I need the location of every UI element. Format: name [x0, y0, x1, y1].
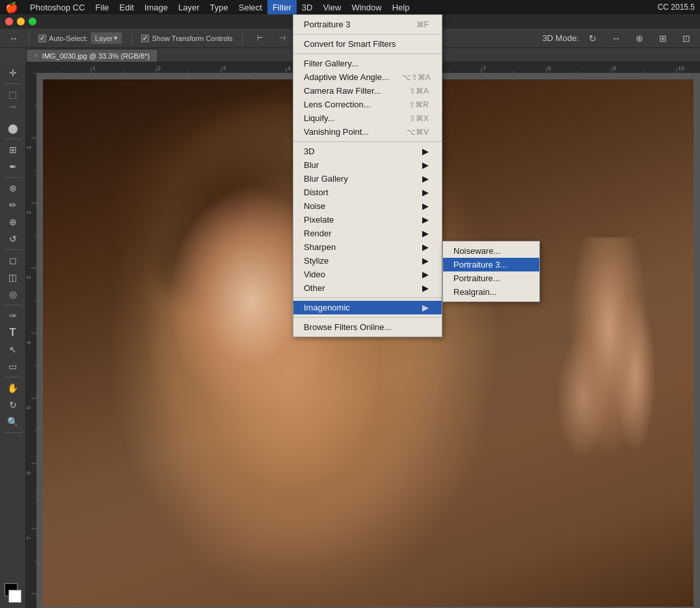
rotate-view-tool[interactable]: ↻ — [3, 397, 23, 413]
hand-tool[interactable]: ✋ — [3, 380, 23, 396]
marquee-tool[interactable]: ⬚ — [3, 87, 23, 102]
menu-item-label: Adaptive Wide Angle... — [304, 72, 389, 82]
healing-brush-tool[interactable]: ⊛ — [3, 180, 23, 196]
eraser-tool[interactable]: ◻ — [3, 253, 23, 268]
dodge-tool[interactable]: ◎ — [3, 286, 23, 302]
menu-item-filter-gallery[interactable]: Filter Gallery... — [293, 57, 442, 70]
quick-select-tool[interactable]: ⬤ — [3, 120, 23, 136]
path-selection-tool[interactable]: ↖ — [3, 342, 23, 357]
menu-sep-3 — [293, 141, 442, 142]
menu-item-label: Sharpen — [304, 242, 336, 252]
move-tool-btn[interactable]: ↔ — [4, 31, 23, 46]
close-button[interactable] — [5, 18, 13, 25]
3d-mode-btn-3[interactable]: ⊕ — [630, 31, 649, 46]
3d-mode-btn-5[interactable]: ⊡ — [677, 31, 696, 46]
menu-item-blur[interactable]: Blur ▶ — [293, 158, 442, 172]
svg-text:4: 4 — [26, 341, 32, 344]
submenu-item-noiseware[interactable]: Noiseware... — [443, 244, 539, 258]
menu-item-pixelate[interactable]: Pixelate ▶ — [293, 213, 442, 227]
clone-stamp-tool[interactable]: ⊕ — [3, 214, 23, 230]
menu-item-browse-filters[interactable]: Browse Filters Online... — [293, 320, 442, 334]
menu-item-label: Stylize — [304, 256, 329, 266]
menu-item-imagenomic[interactable]: Imagenomic ▶ — [293, 301, 442, 314]
submenu-arrow: ▶ — [422, 269, 429, 279]
menu-item-portraiture3-top[interactable]: Portraiture 3 ⌘F — [293, 18, 442, 31]
menu-item-stylize[interactable]: Stylize ▶ — [293, 254, 442, 268]
menu-shortcut: ⇧⌘X — [396, 114, 429, 123]
menu-view[interactable]: View — [317, 0, 346, 14]
zoom-tool[interactable]: 🔍 — [3, 414, 23, 430]
menu-help[interactable]: Help — [387, 0, 415, 14]
traffic-lights — [5, 18, 36, 25]
menu-item-label: Other — [304, 283, 325, 293]
3d-mode-btn-4[interactable]: ⊞ — [653, 31, 673, 46]
menu-photoshop[interactable]: Photoshop CC — [25, 0, 90, 14]
menu-item-render[interactable]: Render ▶ — [293, 227, 442, 240]
lasso-tool[interactable]: ⌒ — [3, 104, 23, 119]
3d-mode-btn-1[interactable]: ↻ — [583, 31, 602, 46]
menu-item-lens-correction[interactable]: Lens Correction... ⇧⌘R — [293, 98, 442, 111]
brush-tool[interactable]: ✏ — [3, 197, 23, 213]
3d-mode-label: 3D Mode: — [543, 33, 579, 43]
menu-item-sharpen[interactable]: Sharpen ▶ — [293, 240, 442, 254]
eyedropper-tool[interactable]: ✒ — [3, 159, 23, 174]
menu-type[interactable]: Type — [205, 0, 234, 14]
submenu-item-portraiture[interactable]: Portraiture... — [443, 271, 539, 285]
menu-item-video[interactable]: Video ▶ — [293, 268, 442, 281]
crop-tool[interactable]: ⊞ — [3, 142, 23, 158]
gradient-tool[interactable]: ◫ — [3, 269, 23, 285]
align-btn-1[interactable]: ⊢ — [250, 31, 270, 46]
shape-tool[interactable]: ▭ — [3, 359, 23, 374]
menu-filter[interactable]: Filter — [267, 0, 297, 14]
3d-mode-btn-2[interactable]: ↔ — [606, 31, 626, 46]
hand-layer — [531, 238, 661, 465]
menu-item-3d[interactable]: 3D ▶ — [293, 145, 442, 158]
submenu-item-portraiture3[interactable]: Portraiture 3... — [443, 258, 539, 271]
apple-menu[interactable]: 🍎 — [5, 1, 18, 14]
menu-item-adaptive-wide[interactable]: Adaptive Wide Angle... ⌥⇧⌘A — [293, 70, 442, 84]
menu-select[interactable]: Select — [234, 0, 267, 14]
menu-layer[interactable]: Layer — [173, 0, 205, 14]
menu-item-label: Imagenomic — [304, 303, 350, 312]
submenu-item-label: Portraiture... — [453, 273, 500, 283]
submenu-item-realgrain[interactable]: Realgrain... — [443, 285, 539, 299]
menu-item-camera-raw[interactable]: Camera Raw Filter... ⇧⌘A — [293, 84, 442, 98]
svg-rect-32 — [26, 73, 36, 608]
cc-version-label: CC 2015.5 — [658, 3, 695, 12]
move-tool[interactable]: ✛ — [3, 65, 23, 81]
menu-item-liquify[interactable]: Liquify... ⇧⌘X — [293, 111, 442, 125]
auto-select-checkbox[interactable] — [38, 35, 46, 42]
document-tab[interactable]: × IMG_0030.jpg @ 33.3% (RGB/8*) — [26, 49, 158, 62]
menu-file[interactable]: File — [90, 0, 114, 14]
history-brush-tool[interactable]: ↺ — [3, 231, 23, 247]
menu-shortcut: ⌘F — [403, 20, 429, 29]
submenu-arrow: ▶ — [422, 228, 429, 238]
menu-edit[interactable]: Edit — [114, 0, 139, 14]
color-swatches — [3, 583, 23, 603]
svg-text:9: 9 — [613, 65, 616, 72]
background-color[interactable] — [8, 590, 21, 603]
layer-dropdown[interactable]: Layer ▾ — [90, 32, 123, 44]
align-btn-2[interactable]: ⊣ — [273, 31, 292, 46]
menu-item-blur-gallery[interactable]: Blur Gallery ▶ — [293, 172, 442, 186]
menu-3d[interactable]: 3D — [297, 0, 318, 14]
menu-item-noise[interactable]: Noise ▶ — [293, 199, 442, 213]
show-transform-checkbox[interactable] — [141, 35, 149, 42]
minimize-button[interactable] — [17, 18, 25, 25]
svg-text:6: 6 — [26, 471, 32, 475]
menu-item-other[interactable]: Other ▶ — [293, 281, 442, 295]
menu-item-distort[interactable]: Distort ▶ — [293, 186, 442, 199]
menu-item-convert-smart[interactable]: Convert for Smart Filters — [293, 37, 442, 51]
svg-text:4: 4 — [288, 65, 291, 72]
menu-sep-1 — [293, 34, 442, 35]
menu-item-vanishing-point[interactable]: Vanishing Point... ⌥⌘V — [293, 125, 442, 139]
submenu-arrow: ▶ — [422, 201, 429, 211]
menu-window[interactable]: Window — [346, 0, 386, 14]
menu-shortcut: ⌥⇧⌘A — [389, 73, 431, 82]
menu-item-label: Browse Filters Online... — [304, 322, 391, 332]
menu-image[interactable]: Image — [139, 0, 173, 14]
tab-close[interactable]: × — [34, 52, 38, 59]
type-tool[interactable]: T — [3, 325, 23, 340]
pen-tool[interactable]: ✑ — [3, 308, 23, 324]
maximize-button[interactable] — [29, 18, 36, 25]
